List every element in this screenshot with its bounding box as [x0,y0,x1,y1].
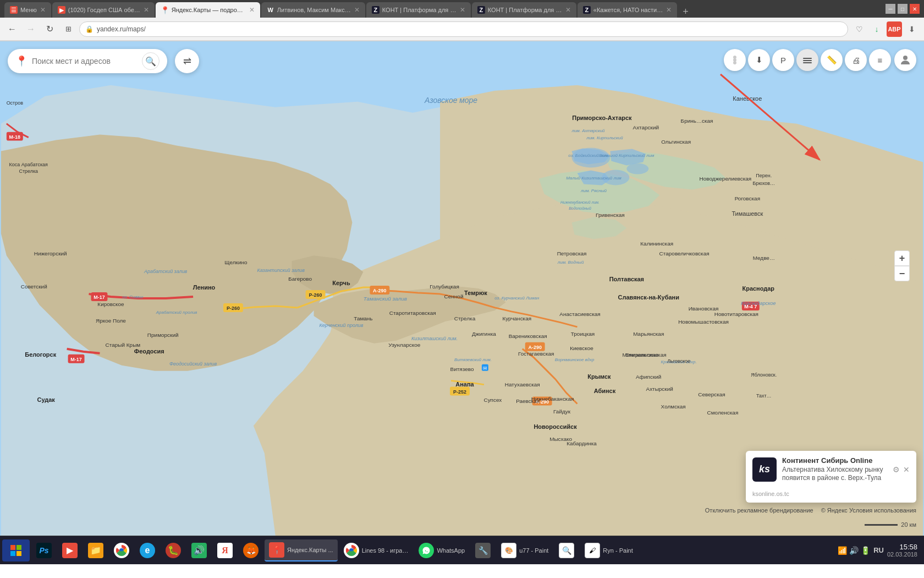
tab-7-close[interactable]: ✕ [666,6,672,14]
tab-6-close[interactable]: ✕ [565,6,571,14]
tab-6-label: КОНТ | Платформа для с… [488,7,562,13]
tab-7[interactable]: Z «Кажется, НАТО насти… ✕ [578,2,677,18]
tab-1[interactable]: ☰ Меню ✕ [4,2,51,18]
battery-icon[interactable]: 🔋 [861,546,870,555]
dismiss-ads-label[interactable]: Отключить рекламное брендирование [705,507,813,514]
minimize-button[interactable]: ─ [886,4,895,14]
svg-text:Анастасиевская: Анастасиевская [559,311,600,317]
svg-text:Калининская: Калининская [640,241,673,247]
tab-bar: ☰ Меню ✕ ▶ (1020) Госдеп США обе… ✕ 📍 Ян… [4,0,693,18]
forward-button[interactable]: → [23,21,38,37]
notification-url: ksonline.os.tc [752,490,789,497]
system-clock[interactable]: 15:58 02.03.2018 [887,543,917,558]
layers-button[interactable] [796,49,818,71]
tab-2-close[interactable]: ✕ [144,6,149,14]
bookmark-button[interactable]: ♡ [851,21,867,37]
taskbar-app-chrome[interactable] [109,539,134,561]
tab-6[interactable]: Z КОНТ | Платформа для с… ✕ [472,2,576,18]
svg-rect-128 [803,62,812,63]
yandex-maps-icon: 📍 [269,542,284,558]
title-bar: ☰ Меню ✕ ▶ (1020) Госдеп США обе… ✕ 📍 Ян… [0,0,924,18]
svg-text:Р-252: Р-252 [453,389,466,395]
reload-button[interactable]: ↻ [42,21,57,37]
tab-4[interactable]: W Литвинов, Максим Макс… ✕ [261,2,365,18]
svg-text:Холмская: Холмская [661,403,686,410]
start-button[interactable] [2,539,30,561]
tab-4-close[interactable]: ✕ [354,6,360,14]
zoom-out-button[interactable]: − [894,266,910,281]
close-button[interactable]: ✕ [910,4,920,14]
taskbar-app-search[interactable]: 🔍 [554,539,579,561]
apps-button[interactable]: ⊞ [61,21,76,37]
back-button[interactable]: ← [4,21,20,37]
svg-text:Ленино: Ленино [193,284,216,291]
map-search-button[interactable]: 🔍 [142,52,160,70]
user-account-button[interactable] [894,49,916,71]
taskbar-app-player[interactable]: ▶ [58,539,82,561]
map-search-bar[interactable]: 📍 🔍 [8,49,167,73]
taskbar-app-u77-paint[interactable]: 🎨 u77 - Paint [497,539,553,561]
scale-label: 20 км [901,521,916,528]
ruler-button[interactable]: 📏 [821,49,843,71]
print-button[interactable]: 🖨 [845,49,867,71]
taskbar-app-photoshop[interactable]: Ps [32,539,56,561]
taskbar-app-yandex-maps[interactable]: 📍 Яндекс.Карты ... [265,539,338,561]
address-bar[interactable]: 🔒 yandex.ru/maps/ [79,21,848,37]
svg-text:Белогорск: Белогорск [25,351,56,358]
panorama-button[interactable]: P [772,49,794,71]
svg-text:Витязевский лим.: Витязевский лим. [454,357,492,362]
taskbar-app-whatsapp[interactable]: WhatsApp [414,539,469,561]
tab-1-close[interactable]: ✕ [40,6,46,14]
taskbar-app-ie[interactable]: e [135,539,160,561]
zoom-in-button[interactable]: + [894,250,910,266]
notification-close-button[interactable]: ✕ [903,465,910,474]
map-tools-panel: ⬇ P 📏 🖨 ≡ [724,49,891,71]
download-button[interactable]: ⬇ [904,21,920,37]
tab-5-favicon: Z [372,6,380,14]
tab-3-close[interactable]: ✕ [249,6,255,14]
taskbar-app-ryn-paint[interactable]: 🖌 Ryn - Paint [580,539,637,561]
adblock-button[interactable]: ABP [887,21,902,37]
maximize-button[interactable]: □ [898,4,908,14]
photoshop-icon: Ps [36,543,52,558]
map-mode-icon: ⇌ [183,55,191,67]
svg-text:Арабатский залив: Арабатский залив [144,269,188,274]
tab-2[interactable]: ▶ (1020) Госдеп США обе… ✕ [52,2,155,18]
taskbar-app-tools[interactable]: 🔧 [471,539,495,561]
svg-text:Анапа: Анапа [455,381,474,388]
taskbar-system-tray: 📶 🔊 🔋 RU 15:58 02.03.2018 [833,543,922,558]
taskbar-app-firefox[interactable]: 🦊 [239,539,263,561]
notification-settings-icon[interactable]: ⚙ [893,465,900,474]
language-indicator[interactable]: RU [873,546,884,554]
taskbar-apps: Ps ▶ 📁 e 🐛 🔊 Я [32,539,833,561]
taskbar-app-files[interactable]: 📁 [84,539,108,561]
svg-text:Судак: Судак [37,396,56,403]
svg-text:Кизилташский лим.: Кизилташский лим. [411,336,458,341]
svg-text:Крымск: Крымск [587,373,611,380]
traffic-tool-button[interactable] [724,49,746,71]
svg-text:Тамань: Тамань [354,315,372,321]
svg-text:Остров: Остров [7,100,24,106]
yandex-terms[interactable]: © Яндекс Условия использования [821,507,916,514]
map-mode-button[interactable]: ⇌ [175,49,199,73]
volume-icon[interactable]: 🔊 [849,546,859,555]
svg-text:Малый Кизилташский лим: Малый Кизилташский лим [566,176,622,181]
more-button[interactable]: ≡ [869,49,891,71]
new-tab-button[interactable]: + [678,6,693,18]
svg-text:А-290: А-290 [373,288,386,293]
taskbar-app-antivirus[interactable]: 🐛 [161,539,185,561]
tab-5-close[interactable]: ✕ [460,6,465,14]
network-icon[interactable]: 📶 [838,546,847,555]
tab-5[interactable]: Z КОНТ | Платформа для с… ✕ [366,2,471,18]
taskbar-app-audio[interactable]: 🔊 [187,539,211,561]
svg-text:Афипский: Афипский [636,374,661,380]
svg-point-125 [733,61,736,64]
taskbar-app-chrome2[interactable]: Lines 98 - игра… [339,539,413,561]
extension-button[interactable]: ↓ [869,21,884,37]
download-offline-button[interactable]: ⬇ [748,49,770,71]
antivirus-icon: 🐛 [166,543,181,558]
taskbar-app-yandex[interactable]: Я [213,539,237,561]
map-container[interactable]: Р-260 Р-260 А-290 А-290 А-290 Р-252 М-17… [0,41,924,536]
tab-3-yandex-maps[interactable]: 📍 Яндекс.Карты — подроб… ✕ [156,2,260,18]
map-search-input[interactable] [32,57,142,66]
